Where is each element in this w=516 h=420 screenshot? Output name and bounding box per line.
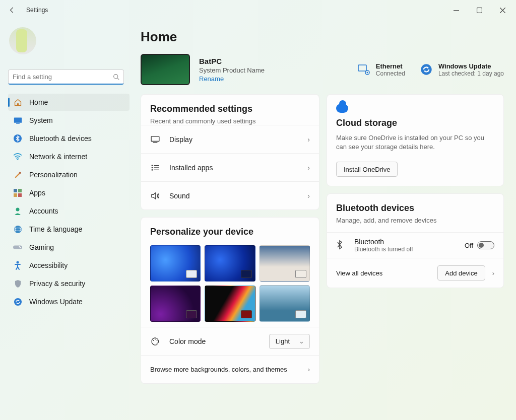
svg-rect-6 <box>16 123 20 123</box>
bluetooth-footer-row: View all devices Add device › <box>327 258 503 288</box>
nav-label: Apps <box>29 189 45 197</box>
cloud-storage-card: Cloud storage Make sure OneDrive is inst… <box>327 94 504 186</box>
palette-icon <box>150 336 160 346</box>
status-title: Ethernet <box>376 62 405 70</box>
setting-label: Display <box>169 135 192 144</box>
svg-point-30 <box>152 167 153 168</box>
nav-item-gaming[interactable]: Gaming <box>8 239 130 256</box>
svg-point-28 <box>152 165 153 166</box>
titlebar: Settings <box>0 0 516 20</box>
toggle-pill <box>477 241 494 249</box>
setting-row-installed-apps[interactable]: Installed apps › <box>141 153 319 181</box>
nav-item-network[interactable]: Network & internet <box>8 148 130 165</box>
window-controls <box>444 2 514 18</box>
cloud-icon <box>336 104 348 113</box>
nav-item-accounts[interactable]: Accounts <box>8 202 130 220</box>
svg-rect-26 <box>151 136 159 141</box>
nav-item-bluetooth[interactable]: Bluetooth & devices <box>8 130 130 147</box>
card-subtitle: Manage, add, and remove devices <box>336 217 494 224</box>
back-button[interactable] <box>4 2 20 18</box>
theme-tile[interactable] <box>260 286 310 322</box>
update-icon <box>419 62 433 77</box>
close-button[interactable] <box>491 2 514 18</box>
device-product: System Product Name <box>199 66 265 74</box>
recommended-settings-card: Recommended settings Recent and commonly… <box>141 94 319 210</box>
update-icon <box>13 297 22 306</box>
theme-tile[interactable] <box>205 286 255 322</box>
status-sub: Last checked: 1 day ago <box>438 70 504 77</box>
svg-point-20 <box>17 261 19 264</box>
svg-rect-10 <box>14 189 17 192</box>
nav-item-personalization[interactable]: Personalization <box>8 166 130 183</box>
setting-row-display[interactable]: Display › <box>141 125 319 153</box>
setting-row-sound[interactable]: Sound › <box>141 181 319 209</box>
card-subtitle: Recent and commonly used settings <box>150 117 310 125</box>
wifi-icon <box>13 152 22 161</box>
theme-tile[interactable] <box>150 286 201 322</box>
theme-grid <box>150 245 310 322</box>
nav-item-update[interactable]: Windows Update <box>8 293 130 310</box>
card-title: Recommended settings <box>150 104 310 114</box>
minimize-button[interactable] <box>444 2 468 18</box>
status-ethernet[interactable]: Ethernet Connected <box>357 62 405 77</box>
svg-point-21 <box>14 298 21 305</box>
status-windows-update[interactable]: Windows Update Last checked: 1 day ago <box>419 62 504 77</box>
nav-item-time[interactable]: Time & language <box>8 221 130 238</box>
nav-item-home[interactable]: Home <box>8 94 130 111</box>
theme-tile[interactable] <box>205 245 255 282</box>
setting-label: Installed apps <box>169 164 213 172</box>
svg-rect-1 <box>477 8 482 13</box>
shield-icon <box>13 279 22 288</box>
status-blocks: Ethernet Connected Windows Update Last c… <box>357 62 504 77</box>
nav-item-privacy[interactable]: Privacy & security <box>8 275 130 292</box>
home-icon <box>13 98 22 107</box>
personalize-card: Personalize your device Color mode Li <box>141 217 319 384</box>
browse-label: Browse more backgrounds, colors, and the… <box>150 366 287 373</box>
nav-item-system[interactable]: System <box>8 112 130 129</box>
nav-item-apps[interactable]: Apps <box>8 184 130 201</box>
bluetooth-toggle[interactable]: Off <box>465 241 494 249</box>
globe-icon <box>13 225 22 234</box>
nav-label: Windows Update <box>29 298 83 306</box>
svg-line-3 <box>117 78 119 80</box>
view-all-devices-link[interactable]: View all devices <box>336 269 382 277</box>
page-title: Home <box>141 29 504 45</box>
bluetooth-row-sub: Bluetooth is turned off <box>354 246 413 253</box>
bluetooth-devices-card: Bluetooth devices Manage, add, and remov… <box>327 193 504 288</box>
svg-point-14 <box>16 208 20 212</box>
svg-point-8 <box>17 159 19 160</box>
arrow-left-icon <box>9 7 16 14</box>
bluetooth-row-title: Bluetooth <box>354 238 413 246</box>
bluetooth-icon <box>13 134 22 143</box>
bluetooth-toggle-row: Bluetooth Bluetooth is turned off Off <box>327 232 503 258</box>
color-mode-dropdown[interactable]: Light ⌄ <box>269 334 310 349</box>
color-mode-row: Color mode Light ⌄ <box>141 327 319 355</box>
window-title: Settings <box>26 7 48 14</box>
theme-tile[interactable] <box>150 245 201 282</box>
svg-point-24 <box>366 72 368 73</box>
chevron-right-icon: › <box>307 164 310 172</box>
device-thumbnail[interactable] <box>141 54 190 85</box>
svg-point-35 <box>155 338 156 339</box>
nav: Home System Bluetooth & devices Network … <box>8 94 130 310</box>
nav-label: Time & language <box>29 225 82 233</box>
maximize-icon <box>477 8 482 13</box>
add-device-button[interactable]: Add device <box>437 265 485 281</box>
svg-point-32 <box>152 169 153 171</box>
maximize-button[interactable] <box>468 2 491 18</box>
rename-link[interactable]: Rename <box>199 75 265 83</box>
avatar[interactable] <box>9 27 36 54</box>
setting-label: Sound <box>169 192 189 200</box>
search-input[interactable] <box>8 69 124 85</box>
chevron-right-icon[interactable]: › <box>492 269 494 277</box>
close-icon <box>500 8 505 13</box>
card-description: Make sure OneDrive is installed on your … <box>336 133 494 152</box>
accessibility-icon <box>13 261 22 270</box>
install-onedrive-button[interactable]: Install OneDrive <box>336 162 398 177</box>
card-title: Cloud storage <box>336 118 494 128</box>
nav-item-accessibility[interactable]: Accessibility <box>8 257 130 274</box>
browse-more-row[interactable]: Browse more backgrounds, colors, and the… <box>141 355 319 383</box>
theme-tile[interactable] <box>260 245 310 282</box>
toggle-state-label: Off <box>465 242 473 249</box>
nav-label: Personalization <box>29 171 78 179</box>
